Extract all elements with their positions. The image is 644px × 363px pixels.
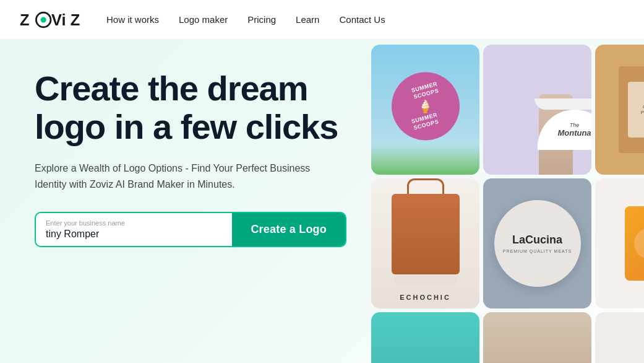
image-grid: summerscoops 🍦 SummerScoops TheMontuna [371,40,644,363]
lacucina-name: LaCucina [512,234,562,247]
business-name-input[interactable] [46,229,222,240]
orange-product: 05 [625,206,645,281]
nav-contact-us[interactable]: Contact Us [339,14,385,25]
fashion-visual [385,178,466,284]
lacucina-sub: premium quality meats [503,249,572,253]
product-badge: 05 [634,228,645,259]
input-label: Enter your business name [46,219,222,227]
cap-logo: TheMontuna [557,122,591,138]
svg-text:Z: Z [20,11,30,28]
hand-bg [483,312,591,363]
grid-cell-kraft-bag: CleanProduct [595,45,644,175]
tote-bottom [395,276,457,284]
echochic-label: ECHOCHIC [400,294,451,301]
hero-section: Create the dream logo in a few clicks Ex… [0,40,371,363]
cap-brim [535,98,592,110]
bag-body [392,194,460,274]
grid-inner: summerscoops 🍦 SummerScoops TheMontuna [371,45,644,363]
nav-learn[interactable]: Learn [296,14,319,25]
business-name-wrapper: Enter your business name [36,213,232,246]
svg-text:Vi: Vi [51,11,66,28]
grid-cell-lacucina: LaCucina premium quality meats [483,178,591,308]
grid-cell-teal [371,312,479,363]
nav-how-it-works[interactable]: How it works [106,14,159,25]
nav-pricing[interactable]: Pricing [247,14,276,25]
logo[interactable]: Z Vi Z [20,9,82,31]
grid-cell-echochic: ECHOCHIC [371,178,479,308]
main-content: Create the dream logo in a few clicks Ex… [0,40,644,363]
grid-cell-summer-scoops: summerscoops 🍦 SummerScoops [371,45,479,175]
bag-handle [407,178,444,194]
svg-point-2 [41,17,46,22]
grid-cell-beige [595,312,644,363]
grid-cell-hand [483,312,591,363]
lacucina-bg: LaCucina premium quality meats [483,178,591,308]
cta-form: Enter your business name Create a Logo [35,212,346,247]
palm-trees [371,144,479,175]
ice-cream-icon: 🍦 [418,99,433,114]
grid-cell-cap: TheMontuna [483,45,591,175]
summer-scoops-text: summerscoops [411,81,440,101]
summer-scoops-text2: SummerScoops [411,112,440,131]
kraft-bag: CleanProduct [619,66,645,153]
summer-scoops-logo: summerscoops 🍦 SummerScoops [392,72,460,141]
svg-text:Z: Z [71,11,80,28]
grid-cell-orange-product: 05 [595,178,644,308]
hero-subtitle: Explore a Wealth of Logo Options - Find … [35,160,332,192]
create-logo-button[interactable]: Create a Logo [232,213,345,246]
header: Z Vi Z How it works Logo maker Pricing L… [0,0,644,40]
bag-label: CleanProduct [628,82,645,138]
main-nav: How it works Logo maker Pricing Learn Co… [106,14,385,25]
echochic-container: ECHOCHIC [371,178,479,308]
lacucina-sign: LaCucina premium quality meats [494,200,581,287]
hero-title: Create the dream logo in a few clicks [35,69,346,146]
nav-logo-maker[interactable]: Logo maker [179,14,228,25]
